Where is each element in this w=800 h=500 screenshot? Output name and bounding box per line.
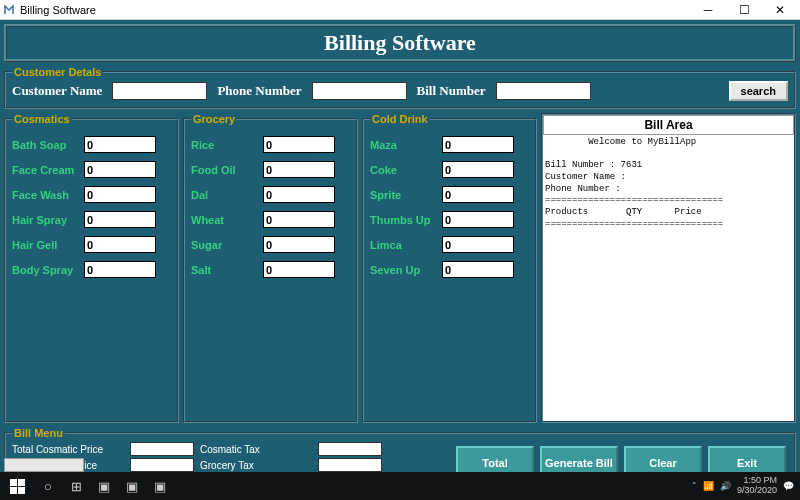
cosmatics-item-input[interactable] xyxy=(84,261,156,278)
customer-legend: Customer Detals xyxy=(12,66,103,78)
grocery-panel: Grocery RiceFood OilDalWheatSugarSalt xyxy=(183,113,358,423)
product-row: Wheat xyxy=(191,211,350,228)
window-title: Billing Software xyxy=(20,4,690,16)
titlebar: Billing Software ─ ☐ ✕ xyxy=(0,0,800,20)
colddrink-item-input[interactable] xyxy=(442,136,514,153)
app-body: Billing Software Customer Detals Custome… xyxy=(0,20,800,500)
total-label: Total Cosmatic Price xyxy=(12,444,130,455)
tray-clock[interactable]: 1:50 PM 9/30/2020 xyxy=(737,476,777,496)
product-row: Rice xyxy=(191,136,350,153)
colddrink-panel: Cold Drink MazaCokeSpriteThumbs UpLimcaS… xyxy=(362,113,537,423)
product-row: Maza xyxy=(370,136,529,153)
menu-row: Cosmatic Tax xyxy=(200,442,382,456)
cosmatics-item-label: Bath Soap xyxy=(12,139,84,151)
app-icon xyxy=(2,3,16,17)
phone-number-input[interactable] xyxy=(312,82,407,100)
bill-number-label: Bill Number xyxy=(417,83,486,99)
grocery-item-input[interactable] xyxy=(263,161,335,178)
grocery-item-label: Sugar xyxy=(191,239,263,251)
customer-name-input[interactable] xyxy=(112,82,207,100)
grocery-item-label: Rice xyxy=(191,139,263,151)
grocery-item-label: Salt xyxy=(191,264,263,276)
product-row: Food Oil xyxy=(191,161,350,178)
cosmatics-item-label: Face Wash xyxy=(12,189,84,201)
tax-label: Grocery Tax xyxy=(200,460,318,471)
system-tray[interactable]: ˄ 📶 🔊 1:50 PM 9/30/2020 💬 xyxy=(686,476,800,496)
product-row: Bath Soap xyxy=(12,136,171,153)
colddrink-item-label: Thumbs Up xyxy=(370,214,442,226)
search-button[interactable]: search xyxy=(729,81,788,101)
product-row: Face Wash xyxy=(12,186,171,203)
taskbar-app-icon[interactable]: ▣ xyxy=(146,472,174,500)
cosmatics-item-input[interactable] xyxy=(84,236,156,253)
taskbar-app-icon[interactable]: ▣ xyxy=(90,472,118,500)
product-row: Hair Gell xyxy=(12,236,171,253)
app-banner: Billing Software xyxy=(4,24,796,62)
colddrink-item-label: Coke xyxy=(370,164,442,176)
windows-logo-icon xyxy=(10,479,25,494)
colddrink-item-input[interactable] xyxy=(442,186,514,203)
taskbar-app-icon[interactable]: ▣ xyxy=(118,472,146,500)
product-row: Hair Spray xyxy=(12,211,171,228)
grocery-item-input[interactable] xyxy=(263,261,335,278)
tax-input[interactable] xyxy=(318,458,382,472)
app-window: Billing Software ─ ☐ ✕ Billing Software … xyxy=(0,0,800,500)
product-row: Limca xyxy=(370,236,529,253)
colddrink-legend: Cold Drink xyxy=(370,113,430,125)
grocery-item-label: Wheat xyxy=(191,214,263,226)
grocery-item-input[interactable] xyxy=(263,136,335,153)
product-row: Sprite xyxy=(370,186,529,203)
phone-number-label: Phone Number xyxy=(217,83,301,99)
tax-label: Cosmatic Tax xyxy=(200,444,318,455)
cosmatics-item-input[interactable] xyxy=(84,211,156,228)
menu-row: Grocery Tax xyxy=(200,458,382,472)
total-input[interactable] xyxy=(130,442,194,456)
customer-name-label: Customer Name xyxy=(12,83,102,99)
minimize-button[interactable]: ─ xyxy=(690,1,726,19)
product-row: Dal xyxy=(191,186,350,203)
product-row: Face Cream xyxy=(12,161,171,178)
start-button[interactable] xyxy=(0,472,34,500)
grocery-item-input[interactable] xyxy=(263,236,335,253)
cosmatics-item-input[interactable] xyxy=(84,161,156,178)
colddrink-item-input[interactable] xyxy=(442,261,514,278)
grocery-legend: Grocery xyxy=(191,113,237,125)
tax-input[interactable] xyxy=(318,442,382,456)
bill-menu-legend: Bill Menu xyxy=(12,427,65,439)
grocery-item-input[interactable] xyxy=(263,186,335,203)
cosmatics-item-label: Face Cream xyxy=(12,164,84,176)
product-row: Body Spray xyxy=(12,261,171,278)
tray-notifications-icon[interactable]: 💬 xyxy=(783,481,794,491)
grocery-item-input[interactable] xyxy=(263,211,335,228)
grocery-item-label: Dal xyxy=(191,189,263,201)
colddrink-item-input[interactable] xyxy=(442,161,514,178)
customer-details-panel: Customer Detals Customer Name Phone Numb… xyxy=(4,66,796,109)
colddrink-item-input[interactable] xyxy=(442,236,514,253)
bill-number-input[interactable] xyxy=(496,82,591,100)
bill-area-text: Welcome to MyBillApp Bill Number : 7631 … xyxy=(543,135,794,421)
maximize-button[interactable]: ☐ xyxy=(726,1,762,19)
cosmatics-item-label: Body Spray xyxy=(12,264,84,276)
colddrink-item-input[interactable] xyxy=(442,211,514,228)
product-row: Coke xyxy=(370,161,529,178)
cosmatics-item-input[interactable] xyxy=(84,186,156,203)
cosmatics-item-label: Hair Spray xyxy=(12,214,84,226)
product-row: Seven Up xyxy=(370,261,529,278)
tray-chevron-icon[interactable]: ˄ xyxy=(692,481,697,491)
colddrink-item-label: Seven Up xyxy=(370,264,442,276)
tray-volume-icon[interactable]: 🔊 xyxy=(720,481,731,491)
scrollbar-stub[interactable] xyxy=(4,458,84,472)
menu-row: Total Cosmatic Price xyxy=(12,442,194,456)
bill-area-header: Bill Area xyxy=(543,115,794,135)
colddrink-item-label: Limca xyxy=(370,239,442,251)
close-button[interactable]: ✕ xyxy=(762,1,798,19)
colddrink-item-label: Sprite xyxy=(370,189,442,201)
products-row: Cosmatics Bath SoapFace CreamFace WashHa… xyxy=(4,113,796,423)
search-icon[interactable]: ○ xyxy=(34,472,62,500)
taskview-icon[interactable]: ⊞ xyxy=(62,472,90,500)
tray-network-icon[interactable]: 📶 xyxy=(703,481,714,491)
bill-area-panel: Bill Area Welcome to MyBillApp Bill Numb… xyxy=(541,113,796,423)
cosmatics-legend: Cosmatics xyxy=(12,113,72,125)
total-input[interactable] xyxy=(130,458,194,472)
cosmatics-item-input[interactable] xyxy=(84,136,156,153)
